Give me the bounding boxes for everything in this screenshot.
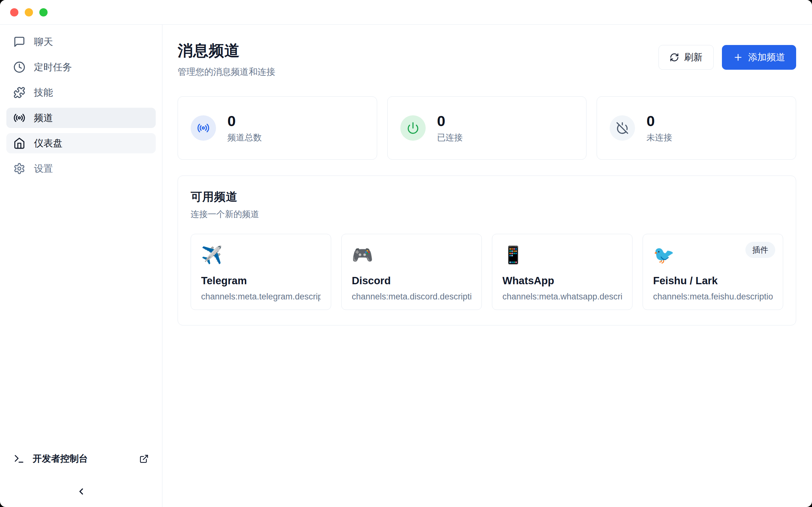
page-header: 消息频道 管理您的消息频道和连接 刷新 添加频道 xyxy=(177,41,796,78)
add-channel-button-label: 添加频道 xyxy=(748,51,785,64)
refresh-icon xyxy=(670,53,679,62)
page-header-text: 消息频道 管理您的消息频道和连接 xyxy=(177,41,275,78)
clock-icon xyxy=(13,61,26,73)
available-channels-title: 可用频道 xyxy=(191,189,783,205)
sidebar-nav: 聊天 定时任务 技能 频道 仪表盘 xyxy=(6,32,156,448)
stat-text: 0 未连接 xyxy=(647,113,672,143)
refresh-button[interactable]: 刷新 xyxy=(658,45,714,70)
plus-icon xyxy=(733,52,743,62)
sidebar-item-channels[interactable]: 频道 xyxy=(6,108,156,128)
channel-description: channels:meta.discord.description xyxy=(352,292,471,302)
puzzle-icon xyxy=(13,87,26,99)
channel-card-telegram[interactable]: ✈️ Telegram channels:meta.telegram.descr… xyxy=(191,234,331,310)
channel-name: Telegram xyxy=(201,275,321,287)
stat-value: 0 xyxy=(437,113,463,129)
channel-grid: ✈️ Telegram channels:meta.telegram.descr… xyxy=(191,234,783,310)
stat-label: 已连接 xyxy=(437,132,463,143)
stat-label: 频道总数 xyxy=(227,132,262,143)
power-icon xyxy=(407,122,419,134)
stat-text: 0 已连接 xyxy=(437,113,463,143)
stat-icon-circle xyxy=(191,115,216,141)
minimize-window-button[interactable] xyxy=(25,8,33,16)
available-channels-card: 可用频道 连接一个新的频道 ✈️ Telegram channels:meta.… xyxy=(177,176,796,326)
stat-text: 0 频道总数 xyxy=(227,113,262,143)
developer-console-label: 开发者控制台 xyxy=(33,452,139,465)
sidebar-item-scheduled-tasks[interactable]: 定时任务 xyxy=(6,57,156,77)
stat-card-connected: 0 已连接 xyxy=(387,96,587,160)
sidebar-item-label: 设置 xyxy=(34,162,53,175)
channel-card-discord[interactable]: 🎮 Discord channels:meta.discord.descript… xyxy=(341,234,482,310)
developer-console-link[interactable]: 开发者控制台 xyxy=(8,448,154,469)
add-channel-button[interactable]: 添加频道 xyxy=(722,45,796,70)
plugin-badge: 插件 xyxy=(745,242,775,258)
app-window: 聊天 定时任务 技能 频道 仪表盘 xyxy=(0,0,812,507)
channel-description: channels:meta.whatsapp.description xyxy=(502,292,622,302)
gear-icon xyxy=(13,163,26,175)
chat-icon xyxy=(13,36,26,48)
sidebar-item-label: 频道 xyxy=(34,112,53,124)
sidebar-item-label: 定时任务 xyxy=(34,61,72,74)
channel-description: channels:meta.telegram.description xyxy=(201,292,321,302)
terminal-icon xyxy=(13,453,25,464)
app-shell: 聊天 定时任务 技能 频道 仪表盘 xyxy=(0,25,812,507)
sidebar-item-dashboard[interactable]: 仪表盘 xyxy=(6,133,156,153)
sidebar-footer: 开发者控制台 xyxy=(6,448,156,499)
stat-icon-circle xyxy=(400,115,426,141)
refresh-button-label: 刷新 xyxy=(684,51,703,64)
channel-name: Discord xyxy=(352,275,471,287)
sidebar-item-label: 聊天 xyxy=(34,36,53,49)
stat-icon-circle xyxy=(610,115,635,141)
stat-card-disconnected: 0 未连接 xyxy=(597,96,796,160)
sidebar-item-settings[interactable]: 设置 xyxy=(6,158,156,179)
stats-row: 0 频道总数 0 已连接 xyxy=(177,96,796,160)
page-title: 消息频道 xyxy=(177,41,275,61)
page-subtitle: 管理您的消息频道和连接 xyxy=(177,66,275,78)
header-actions: 刷新 添加频道 xyxy=(658,45,796,70)
channel-card-feishu[interactable]: 插件 🐦 Feishu / Lark channels:meta.feishu.… xyxy=(643,234,783,310)
sidebar-item-chat[interactable]: 聊天 xyxy=(6,32,156,52)
sidebar: 聊天 定时任务 技能 频道 仪表盘 xyxy=(0,25,162,507)
stat-card-total-channels: 0 频道总数 xyxy=(177,96,377,160)
zoom-window-button[interactable] xyxy=(39,8,48,16)
stat-label: 未连接 xyxy=(647,132,672,143)
sidebar-collapse-button[interactable] xyxy=(74,485,88,499)
mobile-phone-emoji-icon: 📱 xyxy=(502,244,622,265)
channel-name: Feishu / Lark xyxy=(653,275,773,287)
external-link-icon xyxy=(139,454,149,464)
main-content: 消息频道 管理您的消息频道和连接 刷新 添加频道 xyxy=(162,25,812,507)
channel-card-whatsapp[interactable]: 📱 WhatsApp channels:meta.whatsapp.descri… xyxy=(492,234,632,310)
sidebar-item-label: 技能 xyxy=(34,86,53,99)
channel-description: channels:meta.feishu.description xyxy=(653,292,773,302)
available-channels-subtitle: 连接一个新的频道 xyxy=(191,209,783,220)
sidebar-item-skills[interactable]: 技能 xyxy=(6,82,156,103)
titlebar xyxy=(0,0,812,25)
channel-name: WhatsApp xyxy=(502,275,622,287)
radio-icon xyxy=(13,112,26,124)
close-window-button[interactable] xyxy=(10,8,18,16)
chevron-left-icon xyxy=(76,487,86,497)
stat-value: 0 xyxy=(647,113,672,129)
airplane-emoji-icon: ✈️ xyxy=(201,244,321,265)
stat-value: 0 xyxy=(227,113,262,129)
power-off-icon xyxy=(616,122,629,134)
home-icon xyxy=(13,137,26,149)
game-controller-emoji-icon: 🎮 xyxy=(352,244,471,265)
sidebar-item-label: 仪表盘 xyxy=(34,137,62,150)
radio-icon xyxy=(197,122,210,134)
